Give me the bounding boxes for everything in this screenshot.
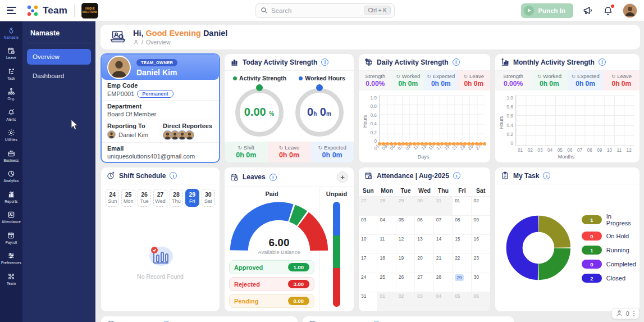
calendar-day-cell[interactable]: 07 [434,216,453,235]
shift-day-25[interactable]: 25Mon [121,189,135,207]
calendar-day-cell[interactable]: 06 [472,292,490,311]
rail-item-alerts[interactable]: Alerts [0,105,22,125]
rail-item-payroll[interactable]: Payroll [0,228,22,248]
calendar-day-cell[interactable]: 26 [396,273,415,292]
calendar-day-cell[interactable]: 08 [453,216,471,235]
info-icon[interactable]: i [543,172,550,179]
leave-row-rejected: Rejected3.00 [229,277,314,291]
calendar-day-cell[interactable]: 23 [472,254,490,273]
calendar-day-cell[interactable]: 03 [415,292,433,311]
reportee-avatar[interactable] [185,130,194,140]
menu-toggle-icon[interactable] [7,7,17,15]
calendar-day-cell[interactable]: 10 [359,235,377,254]
kebab-menu-icon[interactable] [633,311,636,317]
stat-strength: Strength0.00% [359,71,392,90]
calendar-day-cell[interactable]: 29 [396,197,415,216]
calendar-day-cell[interactable]: 22 [453,254,471,273]
rail-item-leave[interactable]: Leave [0,43,22,64]
calendar-day-cell[interactable]: 31 [434,197,453,216]
calendar-day-cell[interactable]: 04 [377,216,396,235]
top-bar: Team UNIQUE SOLUTIONS Ctrl + K Punch In [0,0,644,21]
calendar-day-cell[interactable]: 28 [377,197,396,216]
rail-item-reports[interactable]: Reports [0,187,22,207]
floating-status-widget[interactable]: 0 [611,308,640,319]
info-icon[interactable]: i [599,58,606,66]
search-box[interactable]: Ctrl + K [255,3,395,18]
notifications-bell-icon[interactable] [602,5,614,16]
activity-chart-icon [230,58,239,66]
calendar-day-cell[interactable]: 18 [377,254,396,273]
calendar-day-cell[interactable]: 05 [453,292,471,311]
calendar-day-cell[interactable]: 13 [415,235,433,254]
rail-item-preferences[interactable]: Preferences [0,248,22,269]
search-input[interactable] [271,7,360,14]
info-icon[interactable]: i [270,174,277,181]
calendar-day-cell[interactable]: 09 [472,216,490,235]
namaste-icon [7,26,15,34]
shift-day-29[interactable]: 29Fri [185,189,199,207]
info-icon[interactable]: i [453,58,460,66]
calendar-day-cell[interactable]: 24 [359,273,377,292]
sidebar-item-dashboard[interactable]: Dashboard [27,68,91,84]
task-icon [7,67,15,75]
calendar-day-cell[interactable]: 06 [415,216,433,235]
calendar-day-cell[interactable]: 02 [396,292,415,311]
calendar-day-cell[interactable]: 21 [434,254,453,273]
rail-item-team[interactable]: Team [0,269,22,289]
rail-item-utilities[interactable]: Utilities [0,125,22,146]
calendar-day-cell[interactable]: 20 [415,254,433,273]
org-logo-badge[interactable]: UNIQUE SOLUTIONS [81,3,98,19]
punch-in-button[interactable]: Punch In [521,3,573,18]
calendar-day-cell[interactable]: 15 [453,235,471,254]
notification-dot [611,4,614,8]
user-avatar[interactable] [623,3,637,18]
legend-in-progress: 1In Progress [582,213,636,226]
rail-item-namaste[interactable]: Namaste [0,22,22,43]
calendar-day-cell[interactable]: 28 [434,273,453,292]
shift-day-26[interactable]: 26Tue [138,189,151,207]
calendar-day-cell[interactable]: 04 [434,292,453,311]
shift-day-28[interactable]: 28Thu [170,189,183,207]
announcements-icon[interactable] [582,5,593,16]
info-icon[interactable]: i [453,172,460,179]
calendar-day-cell[interactable]: 12 [396,235,415,254]
rail-item-task[interactable]: Task [0,64,22,84]
breadcrumb-current[interactable]: Overview [146,39,171,46]
calendar-day-cell[interactable]: 31 [359,292,377,311]
calendar-day-cell[interactable]: 17 [359,254,377,273]
add-leave-button[interactable]: + [337,171,348,183]
daily-activity-icon [364,58,373,66]
calendar-day-cell[interactable]: 27 [415,273,433,292]
calendar-day-cell[interactable]: 01 [453,197,471,216]
calendar-day-cell[interactable]: 03 [359,216,377,235]
direct-reportees-avatars[interactable] [163,130,213,140]
legend-activity-strength: Activity Strength [233,75,286,81]
calendar-day-cell[interactable]: 02 [472,197,490,216]
calendar-day-cell[interactable]: 19 [396,254,415,273]
calendar-day-cell[interactable]: 05 [396,216,415,235]
rail-item-business[interactable]: Business [0,146,22,166]
attendance-icon [7,211,15,219]
calendar-day-cell[interactable]: 30 [415,197,433,216]
breadcrumb: / Overview [133,39,227,46]
monthly-activity-card: Monthly Activity Strength i Strength0.00… [495,53,640,163]
calendar-day-cell[interactable]: 01 [377,292,396,311]
calendar-day-cell[interactable]: 29 [453,273,471,292]
email-row: Email uniquesolutions401@gmail.com [102,143,219,162]
calendar-day-cell[interactable]: 14 [434,235,453,254]
rail-item-attendance[interactable]: Attendance [0,207,22,228]
calendar-day-cell[interactable]: 25 [377,273,396,292]
shift-day-24[interactable]: 24Sun [106,189,119,207]
sidebar-item-overview[interactable]: Overview [27,49,91,65]
rail-item-org[interactable]: Org. [0,84,22,105]
plot-area [379,95,485,144]
shift-day-27[interactable]: 27Wed [153,189,167,207]
rail-item-analytics[interactable]: Analytics [0,166,22,187]
info-icon[interactable]: i [321,58,328,66]
calendar-day-cell[interactable]: 30 [472,273,490,292]
calendar-day-cell[interactable]: 11 [377,235,396,254]
info-icon[interactable]: i [170,172,177,179]
calendar-day-cell[interactable]: 16 [472,235,490,254]
calendar-day-cell[interactable]: 27 [359,197,377,216]
shift-day-30[interactable]: 30Sat [202,189,215,207]
